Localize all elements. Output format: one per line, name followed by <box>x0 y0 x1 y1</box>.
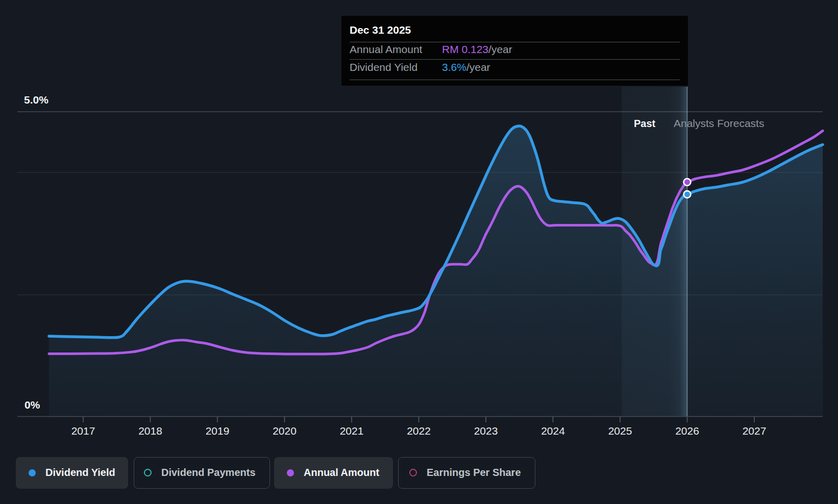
svg-text:2023: 2023 <box>474 425 498 437</box>
svg-text:2025: 2025 <box>608 425 632 437</box>
svg-text:2024: 2024 <box>541 425 565 437</box>
svg-text:2022: 2022 <box>407 425 431 437</box>
svg-text:2019: 2019 <box>206 425 230 437</box>
svg-text:2017: 2017 <box>71 425 95 437</box>
svg-text:2026: 2026 <box>675 425 699 437</box>
svg-text:2021: 2021 <box>340 425 364 437</box>
svg-text:2018: 2018 <box>138 425 162 437</box>
svg-text:2020: 2020 <box>273 425 297 437</box>
svg-text:2027: 2027 <box>743 425 767 437</box>
